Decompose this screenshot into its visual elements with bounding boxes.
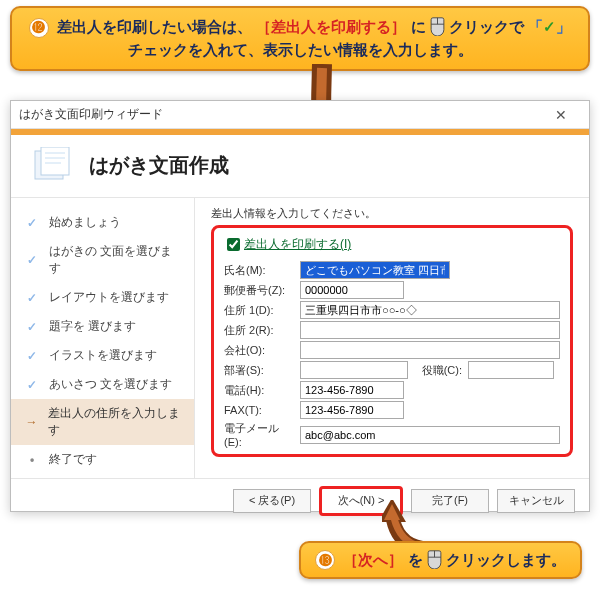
check-icon: ✓	[25, 291, 39, 305]
dot-icon: •	[25, 453, 39, 467]
field-addr2: 住所 2(R):	[224, 321, 560, 339]
field-company: 会社(O):	[224, 341, 560, 359]
svg-rect-1	[41, 147, 69, 175]
label: 電話(H):	[224, 383, 294, 398]
check-icon: ✓	[25, 349, 39, 363]
red-text: ［差出人を印刷する］	[256, 18, 406, 35]
label: 住所 2(R):	[224, 323, 294, 338]
dialog-header: はがき文面作成	[11, 135, 589, 198]
callout-step-13: ⓭ ［次へ］ を クリックします。	[299, 541, 582, 580]
text: に	[411, 18, 426, 35]
addr2-input[interactable]	[300, 321, 560, 339]
label: 会社(O):	[224, 343, 294, 358]
text: クリックします。	[446, 551, 566, 568]
field-addr1: 住所 1(D):	[224, 301, 560, 319]
field-fax: FAX(T):	[224, 401, 560, 419]
tel-input[interactable]	[300, 381, 404, 399]
sidebar-item[interactable]: ✓題字を 選びます	[11, 312, 194, 341]
checkmark-text: ✓	[543, 18, 556, 35]
label: 住所 1(D):	[224, 303, 294, 318]
sidebar-item[interactable]: ✓始めましょう	[11, 208, 194, 237]
document-icon	[31, 147, 75, 183]
text: を	[408, 551, 423, 568]
label: 氏名(M):	[224, 263, 294, 278]
email-input[interactable]	[300, 426, 560, 444]
check-icon: ✓	[25, 320, 39, 334]
callout-step-12: ⓬ 差出人を印刷したい場合は、 ［差出人を印刷する］ に クリックで 「✓」 チ…	[10, 6, 590, 71]
close-button[interactable]: ✕	[541, 102, 581, 128]
dialog-heading: はがき文面作成	[89, 152, 229, 179]
sidebar-item-label: 題字を 選びます	[49, 318, 136, 335]
sidebar-item[interactable]: ✓あいさつ 文を選びます	[11, 370, 194, 399]
arrow-right-icon: →	[25, 415, 38, 429]
prompt-text: 差出人情報を入力してください。	[211, 206, 573, 221]
wizard-main: 差出人情報を入力してください。 差出人を印刷する(I) 氏名(M): 郵便番号(…	[195, 198, 589, 478]
sidebar-item-label: イラストを選びます	[49, 347, 157, 364]
sidebar-item[interactable]: •終了です	[11, 445, 194, 474]
check-icon: ✓	[25, 253, 39, 267]
sidebar-item-label: 始めましょう	[49, 214, 121, 231]
mouse-icon	[427, 549, 442, 569]
label: 電子メール(E):	[224, 421, 294, 448]
label: FAX(T):	[224, 404, 294, 416]
highlighted-form: 差出人を印刷する(I) 氏名(M): 郵便番号(Z): 住所 1(D): 住所 …	[211, 225, 573, 457]
cancel-button[interactable]: キャンセル	[497, 489, 575, 513]
role-input[interactable]	[468, 361, 554, 379]
field-email: 電子メール(E):	[224, 421, 560, 448]
badge-13: ⓭	[315, 550, 335, 570]
fax-input[interactable]	[300, 401, 404, 419]
sidebar-item[interactable]: ✓レイアウトを選びます	[11, 283, 194, 312]
sidebar-item-active[interactable]: →差出人の住所を入力します	[11, 399, 194, 445]
titlebar: はがき文面印刷ウィザード ✕	[11, 101, 589, 129]
label: 役職(C):	[414, 363, 462, 378]
text: 差出人を印刷したい場合は、	[57, 18, 252, 35]
field-postal: 郵便番号(Z):	[224, 281, 560, 299]
dialog-content: ✓始めましょう ✓はがきの 文面を選びます ✓レイアウトを選びます ✓題字を 選…	[11, 198, 589, 478]
red-text: ［次へ］	[343, 551, 403, 568]
quote-open: 「	[528, 18, 543, 35]
dept-input[interactable]	[300, 361, 408, 379]
mouse-icon	[430, 16, 445, 36]
window-title: はがき文面印刷ウィザード	[19, 106, 541, 123]
label: 部署(S):	[224, 363, 294, 378]
print-sender-checkbox-row[interactable]: 差出人を印刷する(I)	[224, 234, 560, 255]
field-dept: 部署(S): 役職(C):	[224, 361, 560, 379]
field-name: 氏名(M):	[224, 261, 560, 279]
checkbox-label: 差出人を印刷する(I)	[244, 236, 351, 253]
label: 郵便番号(Z):	[224, 283, 294, 298]
text: チェックを入れて、表示したい情報を入力します。	[128, 41, 473, 58]
text: クリックで	[449, 18, 524, 35]
dialog-footer: < 戻る(P) 次へ(N) > 完了(F) キャンセル	[11, 478, 589, 522]
addr1-input[interactable]	[300, 301, 560, 319]
field-tel: 電話(H):	[224, 381, 560, 399]
sidebar-item[interactable]: ✓イラストを選びます	[11, 341, 194, 370]
wizard-sidebar: ✓始めましょう ✓はがきの 文面を選びます ✓レイアウトを選びます ✓題字を 選…	[11, 198, 195, 478]
quote-close: 」	[556, 18, 571, 35]
sidebar-item-label: レイアウトを選びます	[49, 289, 169, 306]
name-input[interactable]	[300, 261, 450, 279]
sidebar-item-label: あいさつ 文を選びます	[49, 376, 172, 393]
check-icon: ✓	[25, 216, 39, 230]
sidebar-item[interactable]: ✓はがきの 文面を選びます	[11, 237, 194, 283]
sidebar-item-label: 終了です	[49, 451, 97, 468]
badge-12: ⓬	[29, 18, 49, 38]
postal-input[interactable]	[300, 281, 404, 299]
wizard-dialog: はがき文面印刷ウィザード ✕ はがき文面作成 ✓始めましょう ✓はがきの 文面を…	[10, 100, 590, 512]
check-icon: ✓	[25, 378, 39, 392]
back-button[interactable]: < 戻る(P)	[233, 489, 311, 513]
sidebar-item-label: 差出人の住所を入力します	[48, 405, 180, 439]
print-sender-checkbox[interactable]	[227, 238, 240, 251]
company-input[interactable]	[300, 341, 560, 359]
close-icon: ✕	[555, 107, 567, 123]
sidebar-item-label: はがきの 文面を選びます	[49, 243, 180, 277]
